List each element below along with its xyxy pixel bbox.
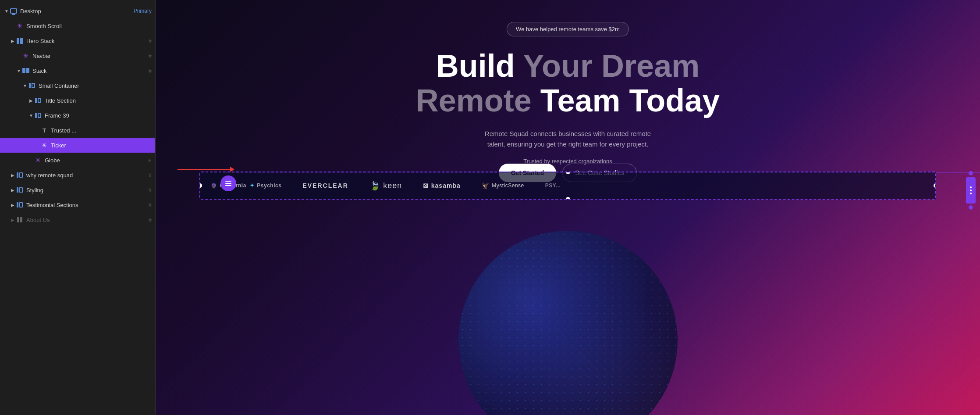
hero-subtitle: Remote Squad connects businesses with cu… xyxy=(476,129,660,150)
hero-title-remote: Remote xyxy=(416,83,532,118)
tree-item-stack[interactable]: ▼ Stack # xyxy=(0,63,155,78)
snowflake-icon-ticker: ✳ xyxy=(40,141,48,149)
right-control-button[interactable] xyxy=(966,177,976,204)
hash-icon-testimonial: # xyxy=(149,202,152,208)
stack-icon-why xyxy=(16,171,24,179)
left-panel: ▼ Desktop Primary ▶ ✳ Smooth Scroll ▶ He… xyxy=(0,0,156,415)
chevron-hero-stack[interactable]: ▶ xyxy=(10,38,16,44)
right-control-dot-top xyxy=(969,171,973,175)
tree-label-small-container: Small Container xyxy=(39,82,152,89)
text-icon-trusted: T xyxy=(40,126,48,134)
ticker-dot-left xyxy=(199,183,202,188)
tree-label-globe: Globe xyxy=(45,157,146,164)
control-dot-1 xyxy=(970,186,972,188)
ticker-logo-everclear: EVERCLEAR xyxy=(302,182,348,189)
globe-container xyxy=(458,231,678,415)
chevron-stack[interactable]: ▼ xyxy=(16,68,22,74)
ticker-label: Trusted by respected organizations xyxy=(199,158,936,165)
chevron-frame-39[interactable]: ▼ xyxy=(28,112,34,118)
ticker-logo-keen: 🍃 keen xyxy=(369,180,402,191)
tree-label-testimonial: Testimonial Sections xyxy=(26,202,147,208)
tree-label-title-section: Title Section xyxy=(45,97,152,104)
container-icon-small xyxy=(28,82,36,89)
tree-item-desktop[interactable]: ▼ Desktop Primary xyxy=(0,4,155,18)
ticker-logo-kasamba: ⊠ kasamba xyxy=(423,182,460,189)
tree-item-trusted[interactable]: ▶ T Trusted ... xyxy=(0,123,155,138)
tree-item-hero-stack[interactable]: ▶ Hero Stack # xyxy=(0,33,155,48)
right-controls xyxy=(966,171,976,210)
tree-item-styling[interactable]: ▶ Styling # xyxy=(0,182,155,197)
hash-icon-about: # xyxy=(149,217,152,223)
hero-title-your-dream: Your Dream xyxy=(523,48,699,83)
desktop-icon xyxy=(10,7,18,15)
chevron-small-container[interactable]: ▼ xyxy=(22,82,28,89)
tree-item-why-remote-squad[interactable]: ▶ why remote squad # xyxy=(0,168,155,182)
hero-title: Build Your Dream Remote Team Today xyxy=(416,49,720,118)
tree-label-about-us: About Us xyxy=(26,217,147,223)
ticker-section: Trusted by respected organizations 🔮 Cal… xyxy=(199,158,936,200)
ticker-circle-control[interactable] xyxy=(220,175,236,191)
stack-icon-testimonial xyxy=(16,201,24,209)
globe-dots xyxy=(458,231,678,415)
hero-title-team-today: Team Today xyxy=(540,83,720,118)
hash-icon-hero: # xyxy=(149,38,152,44)
tree-label-ticker: Ticker xyxy=(51,142,152,149)
tree-item-testimonial-sections[interactable]: ▶ Testimonial Sections # xyxy=(0,197,155,212)
tree-item-title-section[interactable]: ▶ Title Section xyxy=(0,93,155,108)
tree-item-small-container[interactable]: ▼ Small Container xyxy=(0,78,155,93)
globe xyxy=(458,231,678,415)
tree-item-ticker[interactable]: ▶ ✳ Ticker xyxy=(0,138,155,153)
container-icon-title xyxy=(34,97,42,104)
hash-icon-styling: # xyxy=(149,187,152,193)
globe-icon: ✳ xyxy=(34,156,42,164)
snowflake-icon-smooth: ✳ xyxy=(16,22,24,30)
right-control-dot-bottom xyxy=(969,205,973,210)
gray-stack-icon xyxy=(16,216,24,224)
chevron-about-us[interactable]: ▶ xyxy=(10,217,16,223)
right-panel: We have helped remote teams save $2m Bui… xyxy=(156,0,980,415)
container-icon-frame39 xyxy=(34,111,42,119)
hash-icon-stack: # xyxy=(149,68,152,74)
stack-icon-styling xyxy=(16,186,24,194)
primary-badge: Primary xyxy=(134,8,152,14)
tree-label-smooth-scroll: Smooth Scroll xyxy=(26,23,152,29)
chevron-title-section[interactable]: ▶ xyxy=(28,97,34,104)
tree-item-globe[interactable]: ▶ ✳ Globe + xyxy=(0,153,155,168)
ticker-dot-right xyxy=(934,183,936,188)
tree-label-desktop: Desktop xyxy=(20,8,134,14)
chevron-why-remote-squad[interactable]: ▶ xyxy=(10,172,16,178)
tree-label-frame-39: Frame 39 xyxy=(45,112,152,119)
tree-item-about-us[interactable]: ▶ About Us # xyxy=(0,212,155,227)
control-dot-2 xyxy=(970,190,972,191)
ticker-container: 🔮 California✦Psychics EVERCLEAR 🍃 keen ⊠… xyxy=(199,172,936,200)
tree-label-trusted: Trusted ... xyxy=(51,127,152,134)
tree-label-hero-stack: Hero Stack xyxy=(26,38,147,44)
tree-item-smooth-scroll[interactable]: ▶ ✳ Smooth Scroll xyxy=(0,18,155,33)
hash-icon-why: # xyxy=(149,172,152,179)
stack-icon-hero xyxy=(16,37,24,45)
ticker-dot-mid-bottom xyxy=(566,197,570,200)
tree-label-why-remote-squad: why remote squad xyxy=(26,172,147,179)
snowflake-icon-navbar: ✳ xyxy=(22,52,30,60)
chevron-desktop[interactable]: ▼ xyxy=(4,8,10,14)
tree-label-styling: Styling xyxy=(26,187,147,193)
ticker-logo-mysticsense: 🦅 MysticSense xyxy=(482,182,524,189)
tree-label-stack: Stack xyxy=(32,68,147,74)
hash-icon-navbar: # xyxy=(149,53,152,59)
ticker-logo-psy: PSY... xyxy=(545,182,561,189)
control-dot-3 xyxy=(970,193,972,194)
tree-item-navbar[interactable]: ▶ ✳ Navbar # xyxy=(0,48,155,63)
hero-title-build: Build xyxy=(436,48,515,83)
frame-split-icon xyxy=(22,67,30,75)
plus-icon-globe[interactable]: + xyxy=(148,157,152,164)
hero-badge: We have helped remote teams save $2m xyxy=(507,22,629,36)
ticker-dot-mid xyxy=(566,172,570,174)
hero-content: We have helped remote teams save $2m Bui… xyxy=(156,0,980,182)
chevron-testimonial[interactable]: ▶ xyxy=(10,202,16,208)
tree-label-navbar: Navbar xyxy=(32,53,147,59)
tree-item-frame-39[interactable]: ▼ Frame 39 xyxy=(0,108,155,123)
chevron-styling[interactable]: ▶ xyxy=(10,187,16,193)
